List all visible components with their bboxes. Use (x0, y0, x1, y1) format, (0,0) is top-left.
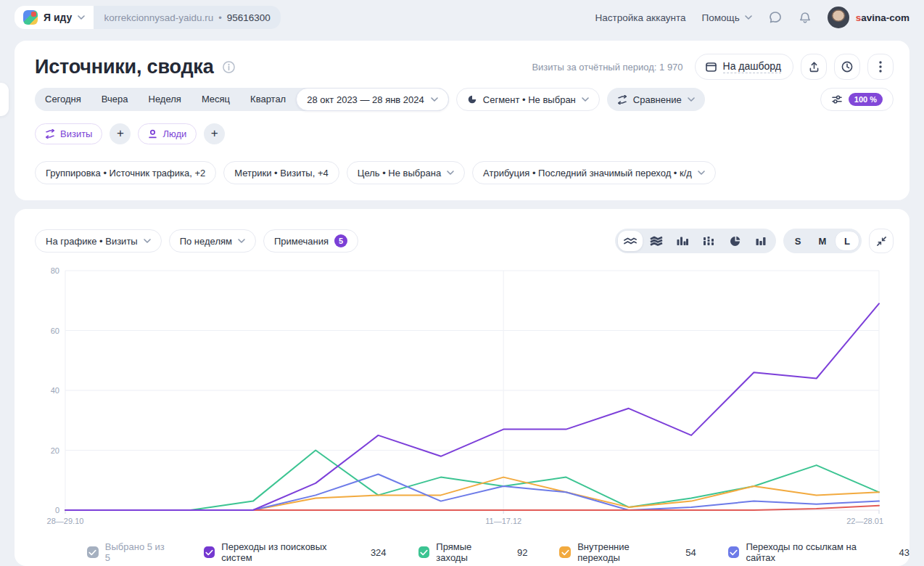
report-header-card: Источники, сводка Визиты за отчётный пер… (15, 41, 909, 200)
help-label: Помощь (702, 12, 740, 23)
date-range-selector[interactable]: 28 окт 2023 — 28 янв 2024 (296, 88, 449, 111)
legend-label: Внутренние переходы (577, 541, 673, 563)
sampling-badge: 100 % (849, 93, 883, 106)
segment-selector[interactable]: Сегмент • Не выбран (456, 88, 600, 111)
chart-type-line-button[interactable] (618, 231, 643, 251)
legend-item-direct-traffic[interactable]: Прямые заходы 92 (418, 541, 528, 563)
avatar (828, 7, 849, 28)
period-tab-quarter[interactable]: Квартал (240, 88, 296, 111)
sliders-icon (831, 94, 843, 105)
goal-label: Цель • Не выбрана (358, 168, 441, 179)
chart-size-l-button[interactable]: L (835, 231, 859, 251)
chevron-down-icon (238, 239, 245, 243)
svg-text:22—28.01: 22—28.01 (846, 517, 883, 525)
chart-type-bars-button[interactable] (670, 231, 695, 251)
metric-chip-visits[interactable]: Визиты (35, 123, 102, 144)
legend-item-internal-traffic[interactable]: Внутренние переходы 54 (559, 541, 696, 563)
grouping-selector[interactable]: Группировка • Источник трафика, +2 (35, 161, 216, 184)
share-icon (808, 61, 820, 73)
on-chart-metric-label: На графике • Визиты (46, 236, 138, 247)
to-dashboard-button[interactable]: На дашборд (695, 54, 793, 80)
chart-size-m-button[interactable]: M (810, 231, 835, 251)
clock-icon (841, 60, 854, 73)
username-rest: avina-com (861, 12, 909, 23)
attribution-selector[interactable]: Атрибуция • Последний значимый переход •… (472, 161, 716, 184)
account-settings-link[interactable]: Настройка аккаунта (595, 12, 686, 23)
select-all-label: Выбрано 5 из 5 (105, 541, 172, 563)
chart-type-pie-button[interactable] (722, 231, 747, 251)
svg-text:80: 80 (51, 266, 59, 275)
on-chart-metric-selector[interactable]: На графике • Визиты (35, 229, 162, 253)
chevron-down-icon (688, 97, 695, 102)
user-menu[interactable]: savina-com (828, 7, 909, 28)
attribution-label: Атрибуция • Последний значимый переход •… (483, 168, 692, 179)
notes-count-badge: 5 (334, 234, 347, 247)
more-actions-button[interactable] (867, 54, 894, 80)
metric-chip-people-label: Люди (162, 128, 186, 139)
period-tab-yesterday[interactable]: Вчера (91, 88, 139, 111)
sampling-control[interactable]: 100 % (820, 88, 894, 111)
chevron-down-icon (698, 171, 705, 175)
top-bar-right: Настройка аккаунта Помощь savina-com (595, 7, 909, 28)
chat-bubble-icon (768, 10, 783, 25)
feedback-chat-button[interactable] (768, 10, 783, 25)
metrics-selector[interactable]: Метрики • Визиты, +4 (223, 161, 339, 184)
dashboard-icon (705, 61, 717, 73)
period-tab-week[interactable]: Неделя (139, 88, 191, 111)
counter-id: 95616300 (227, 12, 271, 23)
legend-value: 54 (685, 547, 696, 558)
svg-text:28—29.10: 28—29.10 (47, 517, 84, 525)
app-logo-icon (23, 10, 38, 25)
metric-chips-row: Визиты + Люди + (35, 123, 225, 144)
legend-item-search-traffic[interactable]: Переходы из поисковых систем 324 (204, 541, 387, 563)
date-range-value: 28 окт 2023 — 28 янв 2024 (307, 94, 424, 105)
legend-checkbox[interactable] (728, 546, 740, 558)
column-chart-icon (755, 235, 767, 247)
sidebar-handle[interactable] (0, 83, 9, 116)
add-people-metric-button[interactable]: + (204, 123, 225, 144)
legend-checkbox[interactable] (418, 546, 430, 558)
chart-card: На графике • Визиты По неделям Примечани… (15, 209, 909, 566)
comparison-selector[interactable]: Сравнение (607, 88, 705, 111)
info-icon[interactable] (222, 60, 236, 74)
grouping-label: Группировка • Источник трафика, +2 (46, 168, 205, 179)
counter-info[interactable]: korrekcionnysad-yaidu.ru • 95616300 (94, 6, 280, 29)
segment-label: Сегмент • Не выбран (483, 94, 576, 105)
svg-text:11—17.12: 11—17.12 (485, 517, 521, 525)
line-chart[interactable]: 02040608028—29.1011—17.1222—28.01 (35, 266, 889, 528)
stacked-area-icon (649, 235, 664, 247)
counter-selector: Я иду korrekcionnysad-yaidu.ru • 9561630… (15, 6, 281, 29)
svg-text:40: 40 (51, 386, 59, 395)
add-visits-metric-button[interactable]: + (110, 123, 131, 144)
help-menu[interactable]: Помощь (702, 12, 752, 23)
select-all-checkbox[interactable] (87, 546, 99, 558)
goal-selector[interactable]: Цель • Не выбрана (347, 161, 465, 184)
history-button[interactable] (834, 54, 860, 80)
period-tab-month[interactable]: Месяц (191, 88, 240, 111)
collapse-chart-button[interactable] (869, 229, 894, 253)
export-button[interactable] (801, 54, 827, 80)
legend-item-site-links-traffic[interactable]: Переходы по ссылкам на сайтах 43 (728, 541, 909, 563)
chevron-down-icon (78, 15, 85, 20)
chart-size-switcher: S M L (783, 229, 862, 253)
chart-size-s-button[interactable]: S (785, 231, 810, 251)
legend-checkbox[interactable] (559, 546, 571, 558)
period-tab-today[interactable]: Сегодня (35, 88, 91, 111)
notifications-button[interactable] (799, 11, 812, 25)
granularity-selector[interactable]: По неделям (169, 229, 256, 253)
notes-label: Примечания (274, 236, 329, 247)
metric-chip-people[interactable]: Люди (138, 123, 197, 144)
segment-pie-icon (467, 94, 477, 104)
chevron-down-icon (144, 239, 151, 243)
chart-type-stacked-area-button[interactable] (644, 231, 669, 251)
app-name: Я иду (44, 12, 72, 23)
chevron-down-icon (745, 15, 752, 20)
notes-button[interactable]: Примечания 5 (263, 229, 358, 253)
legend-select-all[interactable]: Выбрано 5 из 5 (87, 541, 172, 563)
visits-icon (45, 129, 55, 139)
app-switcher[interactable]: Я иду (15, 6, 94, 29)
chart-type-stacked-bars-button[interactable] (696, 231, 721, 251)
chart-type-columns-button[interactable] (748, 231, 773, 251)
svg-text:0: 0 (55, 506, 59, 514)
legend-checkbox[interactable] (204, 546, 215, 558)
